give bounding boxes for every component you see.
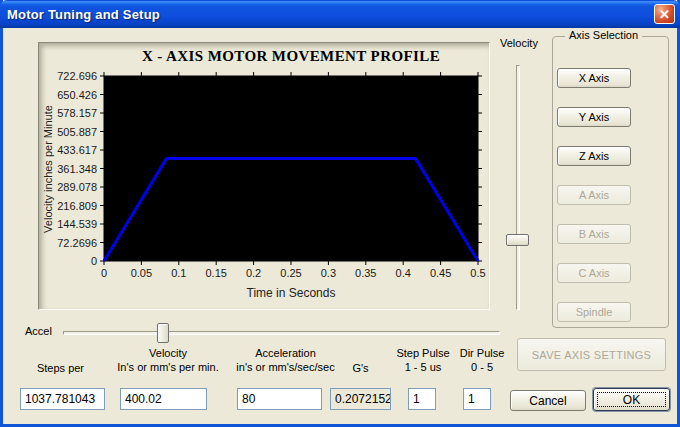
svg-text:0.15: 0.15 xyxy=(205,267,226,279)
chart-panel: 00.050.10.150.20.250.30.350.40.450.5722.… xyxy=(38,42,490,310)
axis-selection-group: Axis Selection X AxisY AxisZ AxisA AxisB… xyxy=(552,36,669,328)
svg-text:144.539: 144.539 xyxy=(57,218,97,230)
svg-text:72.2696: 72.2696 xyxy=(57,237,97,249)
cancel-button[interactable]: Cancel xyxy=(510,390,586,411)
velocity-slider-track[interactable] xyxy=(516,65,520,310)
close-icon: ✕ xyxy=(659,8,670,21)
svg-text:433.617: 433.617 xyxy=(57,144,97,156)
velocity-slider-label: Velocity xyxy=(500,37,538,49)
acceleration-field-label: Accelerationin's or mm's/sec/sec xyxy=(228,346,343,374)
accel-slider[interactable] xyxy=(63,320,500,346)
svg-text:0: 0 xyxy=(91,255,97,267)
step-pulse-input[interactable] xyxy=(408,388,436,410)
svg-text:361.348: 361.348 xyxy=(57,163,97,175)
steps-per-input[interactable] xyxy=(20,388,105,410)
save-axis-settings-button[interactable]: SAVE AXIS SETTINGS xyxy=(517,338,666,371)
velocity-field-label: VelocityIn's or mm's per min. xyxy=(108,346,228,374)
svg-text:289.078: 289.078 xyxy=(57,181,97,193)
svg-text:0: 0 xyxy=(101,267,107,279)
axis-button-spindle: Spindle xyxy=(557,302,631,322)
axis-button-a-axis: A Axis xyxy=(557,185,631,205)
axis-button-b-axis: B Axis xyxy=(557,224,631,244)
steps-per-label: Steps per xyxy=(18,361,103,375)
dir-pulse-input[interactable] xyxy=(463,388,491,410)
svg-text:0.45: 0.45 xyxy=(430,267,451,279)
accel-slider-track[interactable] xyxy=(63,331,500,335)
title-bar[interactable]: Motor Tuning and Setup ✕ xyxy=(0,0,680,28)
velocity-input[interactable] xyxy=(120,388,207,410)
svg-text:505.887: 505.887 xyxy=(57,126,97,138)
accel-slider-label: Accel xyxy=(25,325,52,337)
window-title: Motor Tuning and Setup xyxy=(0,7,160,22)
svg-text:0.35: 0.35 xyxy=(355,267,376,279)
gs-value-field: 0.2072152 xyxy=(330,388,391,410)
chart-x-axis-label: Time in Seconds xyxy=(104,286,478,300)
gs-field-label: G's xyxy=(338,361,383,375)
velocity-slider-thumb[interactable] xyxy=(506,234,529,246)
axis-button-y-axis[interactable]: Y Axis xyxy=(557,107,631,127)
svg-text:650.426: 650.426 xyxy=(57,89,97,101)
motor-tuning-dialog: Motor Tuning and Setup ✕ 00.050.10.150.2… xyxy=(0,0,680,427)
step-pulse-label: Step Pulse1 - 5 us xyxy=(388,346,458,374)
dialog-body: 00.050.10.150.20.250.30.350.40.450.5722.… xyxy=(3,28,677,424)
svg-text:0.25: 0.25 xyxy=(280,267,301,279)
svg-text:0.3: 0.3 xyxy=(321,267,336,279)
velocity-slider[interactable] xyxy=(505,65,531,310)
dir-pulse-label: Dir Pulse0 - 5 xyxy=(453,346,511,374)
ok-button[interactable]: OK xyxy=(593,388,670,411)
svg-text:0.1: 0.1 xyxy=(171,267,186,279)
svg-text:578.157: 578.157 xyxy=(57,107,97,119)
svg-text:0.2: 0.2 xyxy=(246,267,261,279)
accel-slider-thumb[interactable] xyxy=(157,323,169,343)
svg-text:216.809: 216.809 xyxy=(57,200,97,212)
axis-button-c-axis: C Axis xyxy=(557,263,631,283)
axis-buttons-list: X AxisY AxisZ AxisA AxisB AxisC AxisSpin… xyxy=(557,68,666,322)
svg-text:722.696: 722.696 xyxy=(57,70,97,82)
close-button[interactable]: ✕ xyxy=(654,4,675,24)
axis-button-x-axis[interactable]: X Axis xyxy=(557,68,631,88)
svg-text:0.5: 0.5 xyxy=(470,267,485,279)
chart-y-axis-label: Velocity inches per Minute xyxy=(40,76,55,261)
axis-selection-title: Axis Selection xyxy=(565,29,642,41)
svg-text:0.4: 0.4 xyxy=(396,267,411,279)
motor-profile-chart: 00.050.10.150.20.250.30.350.40.450.5722.… xyxy=(39,43,491,311)
chart-title: X - AXIS MOTOR MOVEMENT PROFILE xyxy=(104,48,478,65)
acceleration-input[interactable] xyxy=(237,388,322,410)
axis-button-z-axis[interactable]: Z Axis xyxy=(557,146,631,166)
svg-text:0.05: 0.05 xyxy=(131,267,152,279)
